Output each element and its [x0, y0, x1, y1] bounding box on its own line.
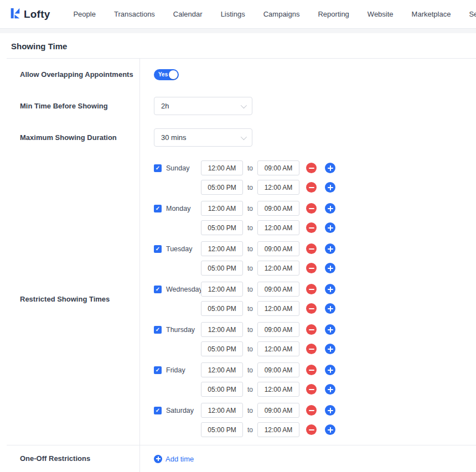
checkbox-checked-icon[interactable] — [154, 407, 162, 414]
add-slot-button-thursday-1[interactable] — [325, 324, 335, 335]
day-label: Sunday — [166, 164, 189, 172]
add-slot-button-saturday-2[interactable] — [325, 424, 335, 435]
checkbox-checked-icon[interactable] — [154, 326, 162, 334]
plus-circle-icon — [325, 384, 335, 395]
nav-item-people[interactable]: People — [73, 10, 95, 18]
start-time-input-tuesday-1[interactable] — [201, 241, 243, 256]
remove-slot-button-tuesday-2[interactable] — [306, 263, 317, 273]
end-time-input-sunday-1[interactable] — [257, 160, 299, 175]
end-time-input-sunday-2[interactable] — [257, 180, 299, 195]
day-toggle-friday[interactable]: Friday — [154, 366, 185, 374]
end-time-input-tuesday-1[interactable] — [257, 241, 299, 256]
nav-item-transactions[interactable]: Transactions — [114, 10, 155, 18]
day-toggle-tuesday[interactable]: Tuesday — [154, 245, 192, 253]
add-slot-button-sunday-1[interactable] — [325, 163, 335, 173]
add-slot-button-tuesday-2[interactable] — [325, 263, 335, 273]
start-time-input-saturday-1[interactable] — [201, 403, 243, 418]
remove-slot-button-monday-1[interactable] — [306, 203, 317, 214]
remove-slot-button-saturday-2[interactable] — [306, 424, 317, 435]
remove-slot-button-wednesday-2[interactable] — [306, 303, 317, 314]
end-time-input-wednesday-1[interactable] — [257, 282, 299, 297]
start-time-input-sunday-1[interactable] — [201, 160, 243, 175]
nav-item-settings[interactable]: Settings — [469, 10, 476, 18]
lofty-logo[interactable]: Lofty — [9, 7, 50, 22]
remove-slot-button-saturday-1[interactable] — [306, 405, 317, 416]
remove-slot-button-thursday-1[interactable] — [306, 324, 317, 335]
allow-overlapping-toggle[interactable]: Yes — [154, 69, 179, 80]
checkbox-checked-icon[interactable] — [154, 286, 162, 293]
end-time-input-monday-1[interactable] — [257, 201, 299, 216]
nav-item-calendar[interactable]: Calendar — [173, 10, 203, 18]
add-slot-button-monday-1[interactable] — [325, 203, 335, 214]
remove-slot-button-friday-2[interactable] — [306, 384, 317, 395]
start-time-input-thursday-2[interactable] — [201, 341, 243, 356]
day-toggle-wednesday[interactable]: Wednesday — [154, 286, 203, 293]
minus-circle-icon — [306, 243, 317, 254]
remove-slot-button-tuesday-1[interactable] — [306, 243, 317, 254]
add-time-button[interactable]: Add time — [154, 455, 194, 463]
start-time-input-wednesday-1[interactable] — [201, 282, 243, 297]
max-duration-select[interactable]: 30 mins — [154, 128, 252, 147]
day-toggle-monday[interactable]: Monday — [154, 205, 190, 212]
day-toggle-thursday[interactable]: Thursday — [154, 326, 195, 334]
add-slot-button-sunday-2[interactable] — [325, 182, 335, 193]
row-one-off-restrictions: One-Off Restrictions Add time — [0, 445, 476, 472]
add-slot-button-tuesday-1[interactable] — [325, 243, 335, 254]
add-slot-button-wednesday-2[interactable] — [325, 303, 335, 314]
add-slot-button-saturday-1[interactable] — [325, 405, 335, 416]
end-time-input-friday-2[interactable] — [257, 382, 299, 397]
end-time-input-monday-2[interactable] — [257, 220, 299, 235]
remove-slot-button-sunday-2[interactable] — [306, 182, 317, 193]
app-window: Lofty People Transactions Calendar Listi… — [0, 0, 476, 472]
minus-circle-icon — [306, 424, 317, 435]
remove-slot-button-thursday-2[interactable] — [306, 344, 317, 354]
day-toggle-saturday[interactable]: Saturday — [154, 407, 194, 414]
checkbox-checked-icon[interactable] — [154, 205, 162, 212]
top-nav: Lofty People Transactions Calendar Listi… — [0, 0, 476, 29]
add-slot-button-wednesday-1[interactable] — [325, 284, 335, 294]
to-label: to — [247, 345, 253, 353]
end-time-input-tuesday-2[interactable] — [257, 261, 299, 276]
add-slot-button-monday-2[interactable] — [325, 222, 335, 233]
plus-circle-icon — [325, 284, 335, 294]
start-time-input-friday-2[interactable] — [201, 382, 243, 397]
nav-item-marketplace[interactable]: Marketplace — [412, 10, 451, 18]
end-time-input-thursday-2[interactable] — [257, 341, 299, 356]
start-time-input-saturday-2[interactable] — [201, 422, 243, 437]
end-time-input-thursday-1[interactable] — [257, 322, 299, 337]
nav-item-website[interactable]: Website — [368, 10, 394, 18]
day-toggle-sunday[interactable]: Sunday — [154, 164, 189, 172]
end-time-input-saturday-2[interactable] — [257, 422, 299, 437]
start-time-input-sunday-2[interactable] — [201, 180, 243, 195]
checkbox-checked-icon[interactable] — [154, 164, 162, 172]
plus-circle-icon — [325, 182, 335, 193]
add-slot-button-friday-1[interactable] — [325, 365, 335, 375]
start-time-input-friday-1[interactable] — [201, 362, 243, 377]
to-label: to — [247, 286, 253, 293]
start-time-input-wednesday-2[interactable] — [201, 301, 243, 316]
end-time-input-saturday-1[interactable] — [257, 403, 299, 418]
remove-slot-button-friday-1[interactable] — [306, 365, 317, 375]
plus-circle-icon — [325, 203, 335, 214]
start-time-input-thursday-1[interactable] — [201, 322, 243, 337]
start-time-input-monday-2[interactable] — [201, 220, 243, 235]
nav-item-campaigns[interactable]: Campaigns — [263, 10, 300, 18]
start-time-input-monday-1[interactable] — [201, 201, 243, 216]
nav-item-listings[interactable]: Listings — [221, 10, 245, 18]
remove-slot-button-wednesday-1[interactable] — [306, 284, 317, 294]
remove-slot-button-sunday-1[interactable] — [306, 163, 317, 173]
add-slot-button-friday-2[interactable] — [325, 384, 335, 395]
slot-row-monday-2: to — [154, 220, 335, 235]
checkbox-checked-icon[interactable] — [154, 366, 162, 374]
row-max-duration: Maximum Showing Duration 30 mins — [0, 122, 476, 153]
end-time-input-wednesday-2[interactable] — [257, 301, 299, 316]
plus-circle-icon — [325, 222, 335, 233]
min-time-select[interactable]: 2h — [154, 97, 252, 115]
slot-row-tuesday-1: Tuesday to — [154, 241, 335, 256]
end-time-input-friday-1[interactable] — [257, 362, 299, 377]
remove-slot-button-monday-2[interactable] — [306, 222, 317, 233]
start-time-input-tuesday-2[interactable] — [201, 261, 243, 276]
checkbox-checked-icon[interactable] — [154, 245, 162, 253]
add-slot-button-thursday-2[interactable] — [325, 344, 335, 354]
nav-item-reporting[interactable]: Reporting — [318, 10, 349, 18]
